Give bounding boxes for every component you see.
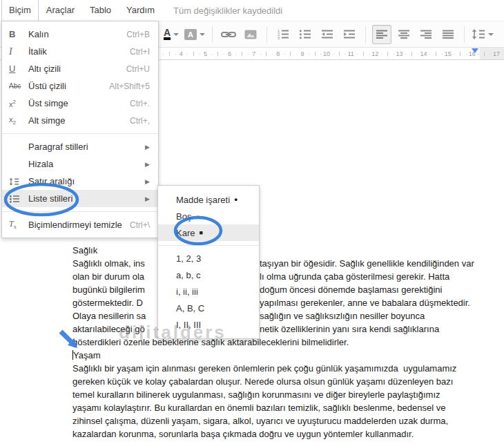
subscript-icon: x2 [9, 115, 28, 126]
menu-item-label: Altı çizili [28, 64, 121, 74]
menu-yardim[interactable]: Yardım [119, 0, 162, 21]
shortcut-label: Ctrl+B [126, 30, 150, 39]
menu-item-underline[interactable]: UAltı çiziliCtrl+U [2, 60, 158, 77]
ruler-number: 10 [323, 50, 330, 57]
menu-item-paragraph-styles[interactable]: Paragraf stilleri▶ [2, 138, 158, 155]
menu-tablo[interactable]: Tablo [82, 0, 119, 21]
text-color-icon: A [164, 28, 171, 40]
justify-icon [442, 30, 454, 39]
save-status: Tüm değişiklikler kaydedildi [173, 6, 282, 16]
menu-item-clear-formatting[interactable]: TxBiçimlendirmeyi temizleCtrl+\ [2, 216, 158, 233]
ruler-dot [405, 54, 406, 55]
bullet-glyph: ■ [199, 229, 202, 236]
submenu-item-label: I, II, III [176, 320, 201, 330]
document-line: zihinsel çalışma, düzenli yaşam, sigara,… [72, 414, 466, 427]
ruler-number: 13 [396, 50, 403, 57]
ruler-tick [460, 52, 461, 56]
menu-item-label: Üst simge [28, 98, 124, 108]
align-left-icon [376, 30, 388, 39]
insert-link-button[interactable] [219, 25, 238, 44]
menubar: BiçimAraçlarTabloYardım Tüm değişiklikle… [0, 0, 504, 21]
submenu-item-label: a, b, c [176, 270, 200, 280]
submenu-item-roman-lower[interactable]: i, ii, iii [158, 283, 259, 300]
chevron-down-icon [488, 33, 494, 36]
ruler-number: 9 [300, 50, 304, 57]
ruler-number: 11 [348, 50, 354, 57]
submenu-arrow-icon: ▶ [145, 161, 150, 168]
bold-icon: B [9, 29, 28, 39]
chevron-down-icon [173, 33, 179, 36]
align-right-button[interactable] [416, 25, 436, 44]
align-right-icon [420, 30, 432, 39]
menu-divider [158, 245, 259, 246]
justify-button[interactable] [438, 25, 458, 44]
line-spacing-icon [9, 177, 28, 186]
submenu-item-letters-abc[interactable]: a, b, c [158, 267, 259, 283]
line-spacing-button[interactable] [471, 25, 494, 44]
menu-item-label: Liste stilleri [28, 193, 139, 204]
menu-item-align[interactable]: Hizala▶ [2, 155, 158, 173]
submenu-item-roman-upper[interactable]: I, II, III [158, 316, 259, 333]
ruler-number: 6 [228, 50, 231, 57]
shortcut-label: Ctrl+\ [130, 220, 150, 230]
submenu-item-bullet-hollow[interactable]: Boş○ [158, 208, 259, 224]
shortcut-label: Ctrl+U [126, 64, 150, 74]
right-indent-marker[interactable] [472, 48, 478, 53]
insert-image-button[interactable] [241, 25, 260, 44]
toolbar-divider [212, 26, 213, 43]
link-icon [221, 30, 236, 39]
text-color-button[interactable]: A [162, 25, 181, 44]
submenu-item-bullet-square[interactable]: Kare■ [158, 224, 259, 241]
bullet-glyph: ● [234, 196, 238, 203]
document-line: bugünkü bilgilerimdoğum öncesi dönemde b… [72, 283, 466, 296]
menu-bicim[interactable]: Biçim [1, 0, 39, 21]
menu-item-list-styles[interactable]: Liste stilleri▶ [2, 190, 158, 207]
submenu-item-label: A, B, C [176, 303, 204, 313]
ruler-dot [284, 54, 285, 55]
menu-item-line-spacing[interactable]: Satır aralığı▶ [2, 173, 158, 190]
menu-item-bold[interactable]: BKalınCtrl+B [2, 26, 158, 43]
line-fragment-left: aktarılabileceği gö [72, 322, 145, 336]
menu-item-superscript[interactable]: x2Üst simgeCtrl+. [2, 95, 158, 112]
line-fragment-right: doğum öncesi dönemde başlaması gerektiği… [260, 283, 443, 296]
ruler-dot [296, 54, 297, 55]
underline-icon: U [9, 64, 28, 74]
ruler-dot [235, 54, 236, 55]
menu-araclar[interactable]: Araçlar [39, 0, 82, 21]
line-fragment-right: taşıyan bir öğesidir. Sağlık genellikle … [260, 257, 474, 270]
submenu-item-numbers-123[interactable]: 1, 2, 3 [158, 250, 259, 267]
chevron-down-icon [200, 33, 205, 36]
numbered-list-button[interactable]: 123 [273, 25, 293, 44]
submenu-item-bullet-filled[interactable]: Madde işareti● [158, 191, 259, 208]
ruler-margin-zone [480, 48, 504, 59]
submenu-arrow-icon: ▶ [145, 178, 150, 185]
menu-item-subscript[interactable]: x2Alt simgeCtrl+, [2, 112, 158, 129]
ruler-tick [217, 52, 218, 56]
line-fragment-left: göstermektedir. D [72, 296, 143, 309]
align-center-button[interactable] [394, 25, 414, 44]
ruler-dot [466, 54, 467, 55]
submenu-arrow-icon: ▶ [145, 195, 150, 202]
ruler-number: 8 [276, 50, 280, 57]
bulleted-list-button[interactable] [295, 25, 315, 44]
ruler-tick [290, 52, 291, 56]
submenu-item-letters-abc-upper[interactable]: A, B, C [158, 300, 259, 316]
ruler-tick [411, 52, 412, 56]
align-left-button[interactable] [372, 25, 391, 44]
indent-button[interactable] [340, 25, 359, 44]
menu-item-label: Hizala [28, 159, 139, 169]
strikethrough-icon: Abc [9, 82, 28, 90]
outdent-button[interactable] [318, 25, 337, 44]
ruler-dot [345, 54, 345, 55]
svg-text:3: 3 [278, 36, 280, 40]
ruler-dot [381, 54, 382, 55]
menu-item-strikethrough[interactable]: AbcÜstü çiziliAlt+Shift+5 [2, 77, 158, 95]
document-line: kazalardan korunma, sorunlarla başa çıkm… [72, 427, 466, 441]
line-fragment-right: sağlığın ve sağlıksızlığın nesiller boyu… [260, 309, 425, 322]
menu-item-italic[interactable]: IİtalikCtrl+I [2, 43, 158, 60]
line-fragment-right: lı olma uğrunda çaba gösterilmesi gereki… [260, 270, 449, 283]
bulleted-list-icon [299, 29, 311, 39]
ruler-tick [363, 52, 364, 56]
highlight-color-icon: A [184, 29, 197, 40]
highlight-color-button[interactable]: A [184, 25, 206, 44]
